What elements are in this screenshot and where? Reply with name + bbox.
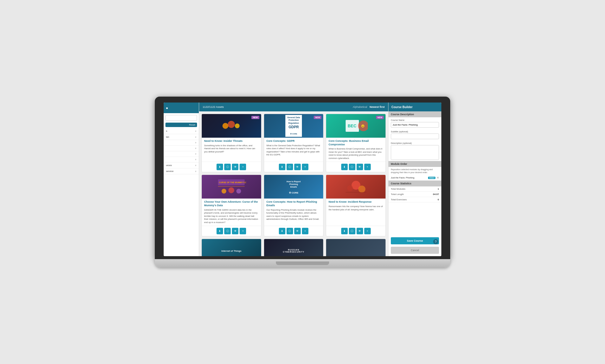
svg-point-12 (228, 187, 234, 193)
add-button[interactable]: + (364, 228, 371, 234)
info-button[interactable]: ⓘ (349, 164, 355, 170)
card-thumbnail (326, 175, 386, 199)
remove-module-button[interactable]: ✕ (437, 176, 439, 179)
total-modules-label: Total Modules (391, 188, 405, 190)
module-order-section: Module Order (388, 161, 441, 167)
download-button[interactable]: ⬇ (217, 228, 223, 234)
info-button[interactable]: ⓘ (224, 164, 231, 170)
card-thumbnail: BEC 😐 NEW (326, 114, 386, 138)
add-button[interactable]: + (240, 164, 246, 170)
description-textarea[interactable] (391, 145, 439, 160)
card-russian: RUSSIANCYBERSECURITY (264, 239, 324, 256)
sidebar-item-4[interactable]: ∨ (164, 146, 199, 151)
card-title: Need to Know: Insider Threats (204, 139, 259, 143)
card-iot: Internet of Things (201, 239, 261, 256)
chevron-down-icon: ∨ (195, 164, 196, 167)
total-exercises-row: Total Exercises 0 (388, 197, 441, 202)
sidebar: ■ Reset s ∨ lan ∨ ∨ ∨ (164, 103, 199, 256)
save-course-button[interactable]: Save Course (391, 237, 439, 244)
phishing-title: How to ReportPhishingEmails (287, 180, 301, 188)
sidebar-item-3[interactable]: ∨ (164, 140, 199, 146)
sidebar-item-6[interactable]: ∨ (164, 157, 199, 162)
laptop-wrapper: ■ Reset s ∨ lan ∨ ∨ ∨ (155, 97, 450, 267)
add-button[interactable]: + (302, 164, 308, 170)
chevron-down-icon: ∨ (195, 136, 196, 138)
card-thumbnail: CURSE OF THE MUMMY'S DATA (202, 175, 261, 199)
sidebar-item-service[interactable]: service ∨ (164, 168, 199, 174)
preview-button[interactable]: 👁 (357, 228, 363, 234)
card-description: What is Business Email Compromise, and w… (328, 147, 383, 160)
sort-alphabetical[interactable]: Alphabetical (353, 105, 367, 108)
module-tag-label: Just the Facts: Phishing (391, 176, 427, 179)
download-button[interactable]: ⬇ (341, 164, 348, 170)
sidebar-item-urces[interactable]: urces ∨ (164, 162, 199, 168)
new-badge: NEW (251, 116, 259, 119)
card-gdpr: General DataProtectionRegulation GDPR ⚙ … (264, 114, 324, 172)
sidebar-item-lan[interactable]: lan ∨ (164, 134, 199, 140)
sort-options: Alphabetical Newest first (353, 105, 385, 108)
card-title: Core Concepts: GDPR (266, 139, 321, 143)
preview-button[interactable]: 👁 (294, 164, 301, 170)
info-button[interactable]: ⓘ (224, 228, 231, 234)
card-body: Need to Know: Insider Threats Something … (202, 138, 261, 162)
subtitle-input[interactable] (391, 134, 439, 139)
svg-point-16 (358, 186, 365, 193)
info-button[interactable]: ⓘ (287, 228, 293, 234)
sidebar-reset-button[interactable]: Reset (165, 123, 197, 127)
preview-button[interactable]: 👁 (232, 228, 238, 234)
cancel-button[interactable]: Cancel (391, 247, 439, 254)
save-area: Save Course Cancel ? (388, 235, 441, 256)
preview-button[interactable]: 👁 (357, 164, 363, 170)
download-button[interactable]: ⬇ (279, 228, 285, 234)
card-description: Ransomware hits the company! Now Neena h… (328, 205, 383, 211)
new-badge: NEW (376, 116, 384, 119)
download-button[interactable]: ⬇ (341, 228, 348, 234)
card-mummy: CURSE OF THE MUMMY'S DATA Choose Your Ow… (201, 175, 261, 236)
card-thumbnail: General DataProtectionRegulation GDPR ⚙ … (264, 114, 323, 138)
download-button[interactable]: ⬇ (217, 164, 223, 170)
card-title: Core Concepts: How to Report Phishing Em… (266, 200, 321, 207)
module-tag: Just the Facts: Phishing VIDEO ✕ (391, 176, 439, 179)
total-exercises-label: Total Exercises (391, 198, 407, 201)
description-label: Description (optional) (388, 140, 441, 145)
card-body: Core Concepts: How to Report Phishing Em… (264, 199, 323, 226)
total-modules-value: 1 (438, 188, 439, 190)
preview-button[interactable]: 👁 (232, 164, 238, 170)
svg-point-0 (222, 123, 228, 129)
sidebar-search-input[interactable] (165, 115, 197, 121)
add-button[interactable]: + (364, 164, 371, 170)
iot-title-text: Internet of Things (222, 250, 242, 252)
svg-point-15 (347, 185, 353, 191)
card-description: What is the General Data Protection Regu… (266, 144, 321, 157)
add-button[interactable]: + (302, 228, 308, 234)
download-button[interactable]: ⬇ (279, 164, 285, 170)
total-length-row: Total Length 04:07 (388, 192, 441, 197)
course-builder-panel: Course Builder Course Description Course… (388, 103, 441, 256)
main-content: 1122/1122 Assets Alphabetical Newest fir… (199, 103, 388, 256)
card-thumbnail: How to ReportPhishingEmails ⚙ CORE (264, 175, 323, 199)
help-button[interactable]: ? (433, 239, 438, 244)
card-thumbnail: Internet of Things (202, 239, 261, 256)
card-actions: ⬇ ⓘ 👁 + (202, 162, 261, 172)
card-insider-threats: NEW Need to Know: Insider Threats Someth… (201, 114, 261, 172)
course-name-input[interactable] (391, 122, 439, 128)
screen-bezel: ■ Reset s ∨ lan ∨ ∨ ∨ (155, 97, 450, 259)
card-title: Core Concepts: Business Email Compromise (328, 139, 383, 146)
card-description: DANGER IN THE DARK! Ancient data lies in… (204, 209, 259, 224)
card-extra (326, 239, 386, 256)
card-body: Choose Your Own Adventure: Curse of the … (202, 199, 261, 226)
chevron-down-icon: ∨ (195, 153, 196, 155)
sort-newest[interactable]: Newest first (370, 105, 385, 108)
thumb-illustration: CURSE OF THE MUMMY'S DATA (202, 175, 261, 199)
info-button[interactable]: ⓘ (287, 164, 293, 170)
gdpr-text-box: General DataProtectionRegulation GDPR ⚙ … (285, 115, 302, 136)
course-builder-title: Course Builder (391, 105, 413, 109)
preview-button[interactable]: 👁 (294, 228, 301, 234)
card-thumbnail (326, 239, 386, 256)
svg-text:BEC: BEC (348, 124, 357, 128)
sidebar-item-s[interactable]: s ∨ (164, 128, 199, 134)
add-button[interactable]: + (240, 228, 246, 234)
info-button[interactable]: ⓘ (349, 228, 355, 234)
sidebar-item-5[interactable]: ∨ (164, 151, 199, 157)
svg-point-1 (228, 121, 235, 128)
